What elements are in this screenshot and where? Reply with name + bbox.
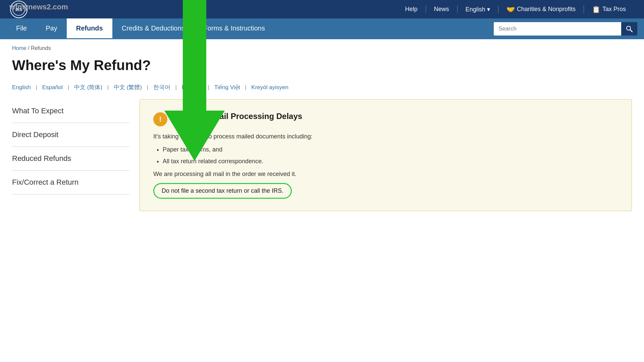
nav-items: File Pay Refunds Credits & Deductions Fo… xyxy=(7,18,274,39)
search-input[interactable] xyxy=(494,22,621,36)
tax-pros-label: Tax Pros xyxy=(602,6,626,13)
lang-ru[interactable]: Русский xyxy=(182,84,203,90)
top-nav: Help News English ▾ 🤝 Charities & Nonpro… xyxy=(397,5,634,13)
alert-intro: It's taking us longer to process mailed … xyxy=(153,132,618,141)
news-nav[interactable]: News xyxy=(426,6,458,13)
main-content: What To Expect Direct Deposit Reduced Re… xyxy=(0,99,644,211)
page-title: Where's My Refund? xyxy=(0,57,644,73)
breadcrumb-current: Refunds xyxy=(31,45,51,51)
alert-box: ! COVID-19 Mail Processing Delays It's t… xyxy=(140,99,632,211)
sidebar-item-direct-deposit[interactable]: Direct Deposit xyxy=(12,123,129,147)
breadcrumb-home[interactable]: Home xyxy=(12,45,26,51)
alert-bullet-1: Paper tax returns, and xyxy=(163,145,618,155)
alert-body: It's taking us longer to process mailed … xyxy=(153,132,618,199)
sidebar: What To Expect Direct Deposit Reduced Re… xyxy=(12,99,140,211)
alert-highlight: Do not file a second tax return or call … xyxy=(153,183,292,199)
charities-label: Charities & Nonprofits xyxy=(517,6,576,13)
lang-zh-t[interactable]: 中文 (繁體) xyxy=(114,84,142,90)
help-label: Help xyxy=(405,6,418,13)
lang-ht[interactable]: Kreyòl ayisyen xyxy=(251,84,288,90)
sidebar-item-reduced-refunds[interactable]: Reduced Refunds xyxy=(12,147,129,171)
english-label: English ▾ xyxy=(466,6,490,13)
alert-bullet-2: All tax return related correspondence. xyxy=(163,157,618,166)
lang-ko[interactable]: 한국어 xyxy=(153,84,170,90)
alert-header: ! COVID-19 Mail Processing Delays xyxy=(153,112,618,126)
lang-en[interactable]: English xyxy=(12,84,31,90)
svg-line-3 xyxy=(630,30,632,32)
news-label: News xyxy=(434,6,449,13)
language-links: English | Español | 中文 (简体) | 中文 (繁體) | … xyxy=(0,83,644,91)
charities-icon: 🤝 xyxy=(506,5,515,13)
alert-list: Paper tax returns, and All tax return re… xyxy=(163,145,618,166)
charities-nav[interactable]: 🤝 Charities & Nonprofits xyxy=(498,5,584,13)
tax-pros-nav[interactable]: 📋 Tax Pros xyxy=(584,5,634,13)
search-button[interactable] xyxy=(621,22,637,36)
main-nav-bar: File Pay Refunds Credits & Deductions Fo… xyxy=(0,18,644,39)
alert-title: COVID-19 Mail Processing Delays xyxy=(173,112,302,121)
nav-file[interactable]: File xyxy=(7,18,36,39)
tax-pros-icon: 📋 xyxy=(592,5,600,13)
breadcrumb-separator: / xyxy=(28,45,31,51)
alert-warning-icon: ! xyxy=(153,112,167,126)
watermark-text: wfmynews2.com xyxy=(9,3,68,11)
lang-vi[interactable]: Tiếng Việt xyxy=(214,84,240,90)
nav-credits[interactable]: Credits & Deductions xyxy=(112,18,194,39)
help-nav[interactable]: Help xyxy=(397,6,426,13)
nav-pay[interactable]: Pay xyxy=(36,18,66,39)
breadcrumb: Home / Refunds xyxy=(0,39,644,57)
lang-zh-s[interactable]: 中文 (简体) xyxy=(74,84,102,90)
nav-forms[interactable]: Forms & Instructions xyxy=(194,18,274,39)
english-nav[interactable]: English ▾ xyxy=(458,6,498,13)
sidebar-item-what-to-expect[interactable]: What To Expect xyxy=(12,99,129,123)
nav-refunds[interactable]: Refunds xyxy=(67,18,112,39)
alert-processing-text: We are processing all mail in the order … xyxy=(153,169,618,179)
lang-es[interactable]: Español xyxy=(42,84,63,90)
sidebar-item-fix-correct[interactable]: Fix/Correct a Return xyxy=(12,171,129,194)
search-box xyxy=(494,22,637,36)
top-bar: IRS Help News English ▾ 🤝 Charities & No… xyxy=(0,0,644,18)
